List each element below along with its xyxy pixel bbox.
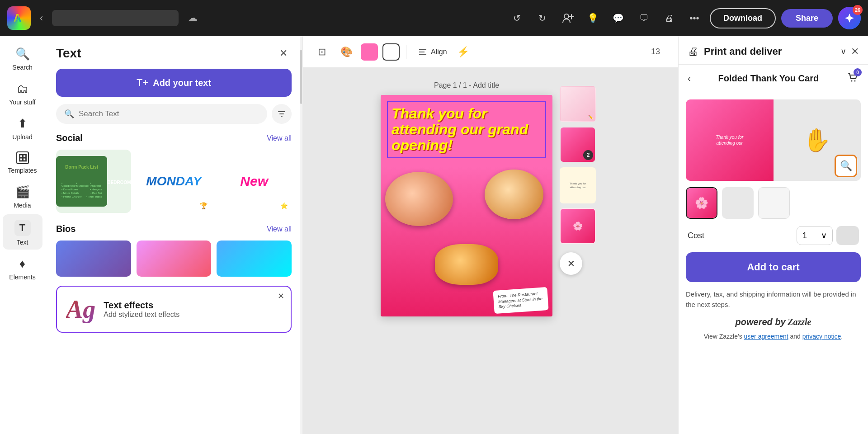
print-deliver-icon: 🖨	[688, 45, 698, 58]
canvas-thank-you-text: Thank you for attending our grand openin…	[392, 106, 542, 154]
search-row: 🔍	[56, 104, 292, 124]
bulb-icon[interactable]: 💡	[583, 8, 603, 28]
bios-title: Bios	[56, 224, 75, 234]
sidebar-label-text: Text	[17, 239, 28, 246]
social-view-all[interactable]: View all	[267, 134, 292, 142]
page-label[interactable]: Page 1 / 1 - Add title	[434, 81, 499, 90]
panel-close-button[interactable]: ✕	[275, 45, 292, 61]
thumbnail-3[interactable]: Thank you for attending our	[560, 167, 596, 203]
legal-prefix: View Zazzle's	[704, 333, 742, 340]
text-card-new[interactable]: New ⭐	[217, 150, 292, 213]
thumbnail-4[interactable]: 🌸	[560, 208, 596, 244]
search-text-input[interactable]	[79, 109, 259, 118]
notification-badge: 26	[853, 5, 863, 15]
food-bowl-1	[385, 172, 453, 226]
text-effects-desc: Add stylized text effects	[104, 311, 179, 319]
search-box[interactable]: 🔍	[56, 104, 267, 124]
page-container: Page 1 / 1 - Add title Thank you for att…	[381, 81, 552, 316]
thumbnail-2[interactable]: 2	[560, 127, 596, 163]
close-overlay-button[interactable]: ✕	[560, 252, 582, 275]
panel-scrollbar	[300, 36, 302, 434]
redo-button[interactable]: ↻	[533, 8, 552, 28]
translate-button[interactable]: ⚡	[457, 46, 469, 58]
add-text-button[interactable]: T+ Add your text	[56, 69, 292, 97]
preview-left: Thank you forattending our	[686, 99, 774, 181]
sidebar-item-your-stuff[interactable]: 🗂 Your stuff	[3, 76, 42, 109]
folder-icon: 🗂	[17, 82, 28, 96]
undo-button[interactable]: ↺	[507, 8, 527, 28]
quantity-selector[interactable]: 1 ∨	[797, 226, 833, 245]
canva-logo[interactable]: A	[7, 6, 31, 30]
page-canvas[interactable]: Thank you for attending our grand openin…	[381, 95, 552, 316]
select-tool-button[interactable]: ⊡	[312, 42, 332, 62]
zazzle-brand: Zazzle	[788, 317, 811, 327]
sidebar-item-media[interactable]: 🎬 Media	[3, 179, 42, 212]
filter-button[interactable]	[272, 104, 292, 124]
text-card-dorm[interactable]: Dorm Pack List • Coordinator• Multitaske…	[56, 150, 131, 213]
privacy-notice-link[interactable]: privacy notice	[802, 333, 841, 340]
sidebar-label-your-stuff: Your stuff	[9, 99, 35, 106]
print-product-title: Folded Thank You Card	[718, 73, 819, 84]
download-button[interactable]: Download	[710, 8, 776, 28]
share-button[interactable]: Share	[781, 9, 833, 28]
zoom-button[interactable]: 🔍	[835, 155, 857, 177]
text-effects-close-button[interactable]: ✕	[278, 291, 284, 301]
print-back-button[interactable]: ‹	[688, 73, 691, 84]
sidebar-label-templates: Templates	[8, 167, 37, 174]
text-panel: Text ✕ T+ Add your text 🔍	[45, 36, 303, 434]
add-collaborator-button[interactable]	[558, 8, 578, 28]
sidebar-item-search[interactable]: 🔍 Search	[3, 42, 42, 75]
print-panel-title: Print and deliver	[704, 46, 782, 57]
elements-icon: ♦	[19, 257, 25, 271]
chat-button[interactable]: 🗨	[634, 8, 654, 28]
canvas-text-element[interactable]: Thank you for attending our grand openin…	[387, 101, 546, 158]
scrollbar-thumb[interactable]	[300, 50, 302, 104]
comment-button[interactable]: 💬	[609, 8, 628, 28]
main-layout: 🔍 Search 🗂 Your stuff ⬆ Upload ⊞ Templat…	[0, 36, 868, 434]
back-button[interactable]: ‹	[36, 9, 47, 28]
svg-point-1	[564, 14, 569, 19]
zazzle-legal-links: View Zazzle's user agreement and privacy…	[686, 333, 861, 340]
sidebar-item-upload[interactable]: ⬆ Upload	[3, 111, 42, 144]
user-agreement-link[interactable]: user agreement	[744, 333, 788, 340]
sidebar-item-elements[interactable]: ♦ Elements	[3, 251, 42, 284]
bios-view-all[interactable]: View all	[267, 225, 292, 233]
color-wheel-button[interactable]: 🎨	[336, 42, 356, 62]
cart-count-badge: 0	[854, 68, 862, 76]
print-collapse-button[interactable]: ∨	[840, 47, 846, 57]
print-panel-close-button[interactable]: ✕	[851, 46, 859, 57]
add-text-label: Add your text	[153, 78, 211, 88]
variant-2[interactable]	[722, 187, 754, 219]
title-bar[interactable]	[52, 10, 179, 26]
text-card-monday[interactable]: MONDAY 🏆	[137, 150, 212, 213]
text-effects-title: Text effects	[104, 300, 179, 311]
cart-icon-button[interactable]: 0	[846, 71, 859, 85]
avatar[interactable]: 26	[838, 7, 861, 29]
social-section-header: Social View all	[56, 133, 292, 143]
bios-card-2[interactable]	[137, 241, 212, 277]
variant-row: 🌸	[686, 187, 861, 219]
cloud-save-icon[interactable]: ☁	[188, 12, 198, 24]
variant-3[interactable]	[758, 187, 790, 219]
panel-title: Text	[56, 46, 81, 61]
stroke-color-button[interactable]	[382, 43, 400, 61]
print-button[interactable]: 🖨	[659, 8, 679, 28]
monday-emoji: 🏆	[200, 202, 208, 209]
bios-card-3[interactable]	[217, 241, 292, 277]
variant-1[interactable]: 🌸	[686, 187, 717, 219]
add-to-cart-button[interactable]: Add to cart	[686, 252, 861, 282]
food-chicken	[435, 244, 498, 285]
sidebar-item-templates[interactable]: ⊞ Templates	[3, 146, 42, 178]
more-options-button[interactable]: •••	[684, 8, 704, 28]
print-subheader: ‹ Folded Thank You Card 0	[679, 65, 868, 92]
align-button[interactable]: Align	[413, 45, 453, 59]
thumbnail-1[interactable]: ✏️	[560, 86, 596, 122]
toolbar-separator-1	[406, 45, 406, 59]
sidebar-item-text[interactable]: T Text	[3, 214, 42, 250]
social-title: Social	[56, 133, 83, 143]
svg-point-8	[854, 80, 856, 82]
bios-card-1[interactable]	[56, 241, 131, 277]
panel-header: Text ✕	[45, 36, 302, 69]
fill-color-button[interactable]	[361, 43, 378, 61]
text-effects-banner[interactable]: ✕ Ag Text effects Add stylized text effe…	[56, 286, 292, 333]
